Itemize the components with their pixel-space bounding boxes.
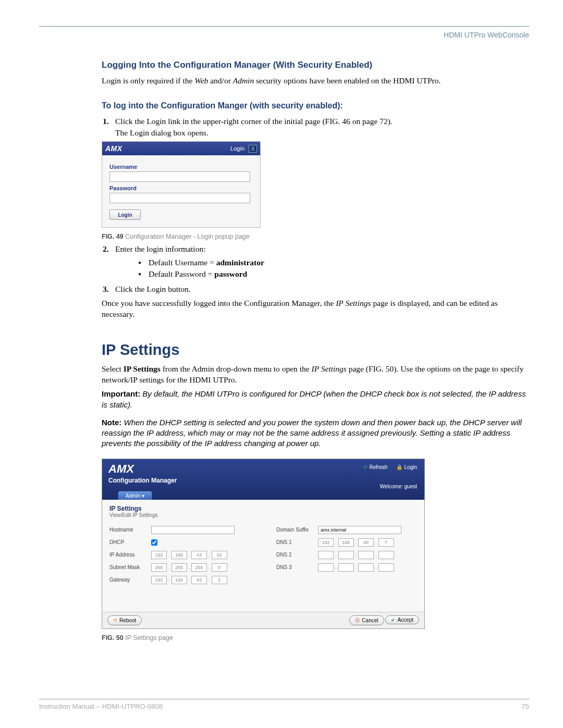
step-1: 1.Click the Login link in the upper-righ… xyxy=(103,116,529,138)
gw-octet-3[interactable] xyxy=(191,576,207,584)
ip-p1-mid: from the Admin drop-down menu to open th… xyxy=(161,364,312,373)
dns2-octet-3[interactable] xyxy=(358,551,374,559)
intro-admin: Admin xyxy=(233,76,254,85)
ipaddr-label: IP Address xyxy=(109,552,151,558)
default-password: Default Password = password xyxy=(138,268,529,280)
dhcp-label: DHCP xyxy=(109,539,151,545)
lock-icon: 🔒 xyxy=(396,464,402,470)
doc-header-title: HDMI UTPro WebConsole xyxy=(39,31,529,39)
ip-octet-1[interactable] xyxy=(151,551,167,559)
username-input[interactable] xyxy=(109,171,250,182)
fig-49-text: Configuration Manager - Login popup page xyxy=(124,233,250,240)
ip-important: Important: By default, the HDMI UTPro is… xyxy=(102,389,529,410)
hostname-input[interactable] xyxy=(151,526,235,534)
login-dialog-figure: AMX Login X Username Password Login xyxy=(102,141,261,228)
important-label: Important: xyxy=(102,389,140,398)
close-icon[interactable]: X xyxy=(249,145,257,153)
dns2-label: DNS 2 xyxy=(276,552,318,558)
top-rule xyxy=(39,26,529,27)
reboot-button[interactable]: ⟲Reboot xyxy=(107,615,142,625)
dns3-octet-4[interactable] xyxy=(378,563,394,572)
dns1-octet-4[interactable] xyxy=(378,538,394,547)
important-text: By default, the HDMI UTPro is configured… xyxy=(102,389,526,409)
dns1-octet-2[interactable] xyxy=(338,538,354,547)
mask-octet-1[interactable] xyxy=(151,563,167,572)
ip-settings-figure: AMX Configuration Manager ⟳Refresh 🔒Logi… xyxy=(102,459,425,629)
intro-mid: and/or xyxy=(208,76,232,85)
amx-logo: AMX xyxy=(105,144,123,153)
mask-octet-3[interactable] xyxy=(191,563,207,572)
ip-p1: Select IP Settings from the Admin drop-d… xyxy=(102,364,529,386)
suffix-input[interactable] xyxy=(318,526,401,534)
dns2-octet-4[interactable] xyxy=(378,551,394,559)
dns1-label: DNS 1 xyxy=(276,539,318,545)
config-manager-title: Configuration Manager xyxy=(108,477,418,484)
refresh-icon: ⟳ xyxy=(363,464,368,470)
gw-octet-4[interactable] xyxy=(212,576,227,584)
footer-left: Instruction Manual – HDMI-UTPRO-0808 xyxy=(39,702,163,710)
intro-paragraph: Login is only required if the Web and/or… xyxy=(102,76,529,87)
dns2-octet-2[interactable] xyxy=(338,551,354,559)
section-heading-logging-in: Logging Into the Configuration Manager (… xyxy=(102,60,529,70)
login-link[interactable]: 🔒Login xyxy=(396,464,417,470)
refresh-link[interactable]: ⟳Refresh xyxy=(363,464,388,470)
login-button[interactable]: Login xyxy=(109,209,141,220)
tab-bar: Admin ▾ xyxy=(118,491,152,500)
step-3-num: 3. xyxy=(103,283,115,295)
dns2-octet-1[interactable] xyxy=(318,551,334,559)
page-footer: Instruction Manual – HDMI-UTPRO-0808 75 xyxy=(39,699,529,710)
ip-octet-2[interactable] xyxy=(172,551,187,559)
accept-label: Accept xyxy=(397,617,413,623)
ip-settings-title: IP Settings xyxy=(109,505,417,512)
ip-footer: ⟲Reboot ⓧCancel ✔Accept xyxy=(102,612,424,628)
dns1-octet-1[interactable] xyxy=(318,538,334,547)
mask-octet-2[interactable] xyxy=(172,563,187,572)
steps-list-2: 2.Enter the login information: xyxy=(103,243,529,255)
gw-octet-2[interactable] xyxy=(172,576,187,584)
mask-octet-4[interactable] xyxy=(212,563,227,572)
dhcp-checkbox[interactable] xyxy=(151,539,157,546)
admin-tab[interactable]: Admin ▾ xyxy=(118,491,152,500)
b1-bold: administrator xyxy=(216,258,264,267)
login-text: Login xyxy=(405,464,417,470)
cancel-button[interactable]: ⓧCancel xyxy=(349,615,384,625)
ip-p1-em: IP Settings xyxy=(312,364,347,373)
ip-octet-4[interactable] xyxy=(212,551,227,559)
fig-49-caption: FIG. 49 Configuration Manager - Login po… xyxy=(102,233,529,240)
dns1-octet-3[interactable] xyxy=(358,538,374,547)
ip-octet-3[interactable] xyxy=(191,551,207,559)
ip-topbar: AMX Configuration Manager ⟳Refresh 🔒Logi… xyxy=(102,459,424,500)
steps-list-3: 3.Click the Login button. xyxy=(103,283,529,295)
intro-web: Web xyxy=(194,76,208,85)
welcome-text: Welcome: guest xyxy=(380,484,417,489)
suffix-label: Domain Suffix xyxy=(276,527,318,533)
fig-50-caption: FIG. 50 IP Settings page xyxy=(102,634,529,641)
left-col: Hostname DHCP IP Address . . . Subnet Ma… xyxy=(109,525,245,588)
top-links: ⟳Refresh 🔒Login xyxy=(363,464,417,470)
cancel-icon: ⓧ xyxy=(355,617,360,624)
step-2-num: 2. xyxy=(103,243,115,255)
steps-list: 1.Click the Login link in the upper-righ… xyxy=(103,116,529,138)
login-title-link[interactable]: Login xyxy=(230,145,244,152)
dns3-octet-3[interactable] xyxy=(358,563,374,572)
hostname-label: Hostname xyxy=(109,527,151,533)
section-heading-to-log-in: To log into the Configuration Manger (wi… xyxy=(102,101,529,110)
intro-pre: Login is only required if the xyxy=(102,76,194,85)
dns3-octet-2[interactable] xyxy=(338,563,354,572)
login-dialog-titlebar: AMX Login X xyxy=(102,142,260,155)
after-pre: Once you have successfully logged into t… xyxy=(102,299,336,307)
gw-octet-1[interactable] xyxy=(151,576,167,584)
accept-button[interactable]: ✔Accept xyxy=(385,615,419,624)
dns3-label: DNS 3 xyxy=(276,564,318,570)
reboot-label: Reboot xyxy=(119,618,136,623)
login-dialog-body: Username Password Login xyxy=(102,155,260,227)
accept-icon: ✔ xyxy=(391,618,395,623)
ip-body: IP Settings View/Edit IP Settings Hostna… xyxy=(102,500,424,612)
password-input[interactable] xyxy=(109,193,250,203)
right-col: Domain Suffix DNS 1 . . . DNS 2 . . . xyxy=(276,525,412,588)
dns3-octet-1[interactable] xyxy=(318,563,334,572)
ip-p1-pre: Select xyxy=(102,364,124,373)
ip-p1-bold: IP Settings xyxy=(124,364,161,373)
refresh-text: Refresh xyxy=(370,464,388,470)
note-label: Note: xyxy=(102,418,121,427)
